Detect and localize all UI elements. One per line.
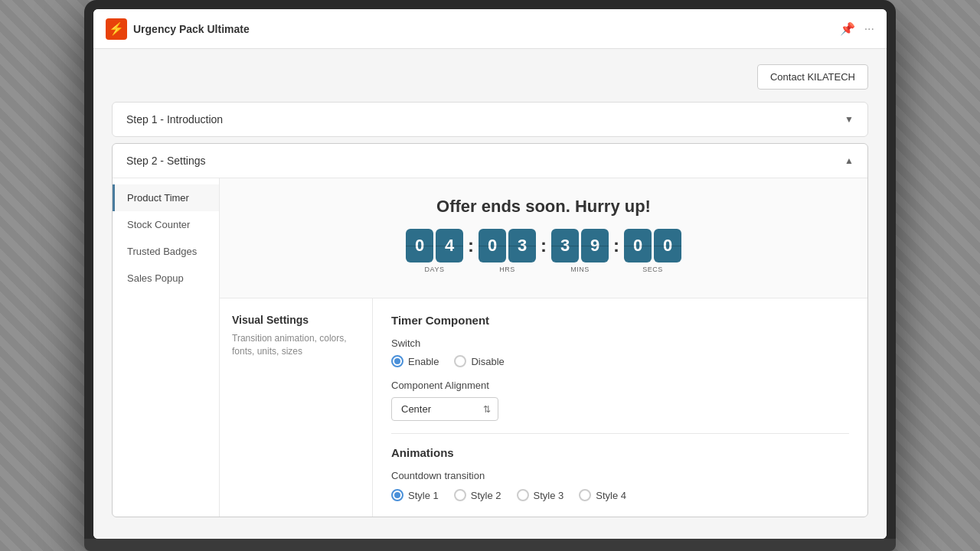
style4-radio-circle <box>579 489 591 501</box>
style3-radio[interactable]: Style 3 <box>517 489 564 501</box>
titlebar: ⚡ Urgency Pack Ultimate 📌 ··· <box>93 9 887 49</box>
step2-label: Step 2 - Settings <box>126 155 206 167</box>
days-digit-2: 4 <box>436 229 463 262</box>
style2-radio-circle <box>454 489 466 501</box>
timer-mins-group: 3 9 MINS <box>551 229 609 273</box>
visual-settings-desc: Transition animation, colors, fonts, uni… <box>232 332 360 358</box>
alignment-label: Component Alignment <box>391 380 849 391</box>
timer-secs-group: 0 0 SECS <box>624 229 681 273</box>
animations-section: Animations Countdown transition Style 1 <box>391 446 849 501</box>
colon-1: : <box>468 229 474 256</box>
switch-row: Switch Enable <box>391 337 849 367</box>
timer-secs-digits: 0 0 <box>624 229 681 262</box>
step1-accordion: Step 1 - Introduction ▼ <box>112 102 868 137</box>
animations-title: Animations <box>391 446 849 459</box>
colon-3: : <box>613 229 619 256</box>
step1-label: Step 1 - Introduction <box>126 113 223 126</box>
alignment-row: Component Alignment Center Left Right ⇅ <box>391 380 849 421</box>
settings-panel: Visual Settings Transition animation, co… <box>220 298 867 517</box>
contact-button[interactable]: Contact KILATECH <box>757 64 868 90</box>
style2-radio[interactable]: Style 2 <box>454 489 501 501</box>
contact-bar: Contact KILATECH <box>112 64 868 90</box>
laptop-base <box>84 539 896 551</box>
secs-label: SECS <box>642 266 663 273</box>
colon-2: : <box>541 229 547 256</box>
disable-radio[interactable]: Disable <box>454 355 504 367</box>
step2-body: Product Timer Stock Counter Trusted Badg… <box>113 178 867 517</box>
laptop-frame: ⚡ Urgency Pack Ultimate 📌 ··· Contact KI… <box>84 0 896 551</box>
title-left: ⚡ Urgency Pack Ultimate <box>106 18 250 40</box>
secs-digit-2: 0 <box>654 229 681 262</box>
sidebar-nav: Product Timer Stock Counter Trusted Badg… <box>113 178 220 517</box>
timer-days-group: 0 4 DAYS <box>406 229 463 273</box>
style4-radio[interactable]: Style 4 <box>579 489 626 501</box>
style3-radio-circle <box>517 489 529 501</box>
mins-digit-2: 9 <box>581 229 609 262</box>
title-right: 📌 ··· <box>840 21 874 36</box>
visual-settings-title: Visual Settings <box>232 314 360 326</box>
pin-icon[interactable]: 📌 <box>840 21 855 36</box>
switch-label: Switch <box>391 337 849 349</box>
timer-preview: Offer ends soon. Hurry up! 0 4 DAYS <box>220 178 867 298</box>
hrs-digit-1: 0 <box>479 229 506 262</box>
style1-radio[interactable]: Style 1 <box>391 489 439 501</box>
style-radio-group: Style 1 Style 2 Style 3 <box>391 489 849 501</box>
sidebar-item-stock-counter[interactable]: Stock Counter <box>113 211 219 238</box>
alignment-select[interactable]: Center Left Right <box>391 397 498 421</box>
style1-radio-circle <box>391 489 403 501</box>
alignment-select-wrapper: Center Left Right ⇅ <box>391 397 498 421</box>
step1-header[interactable]: Step 1 - Introduction ▼ <box>113 103 867 136</box>
step2-accordion: Step 2 - Settings ▲ Product Timer Stock … <box>112 143 868 517</box>
screen: ⚡ Urgency Pack Ultimate 📌 ··· Contact KI… <box>93 9 887 539</box>
timer-mins-digits: 3 9 <box>551 229 609 262</box>
visual-settings-col: Visual Settings Transition animation, co… <box>220 298 373 517</box>
sidebar-item-sales-popup[interactable]: Sales Popup <box>113 265 219 292</box>
timer-settings-col: Timer Component Switch Enable <box>373 298 867 517</box>
timer-days-digits: 0 4 <box>406 229 463 262</box>
countdown-label: Countdown transition <box>391 470 849 481</box>
hrs-label: HRS <box>499 266 515 273</box>
timer-display: 0 4 DAYS : 0 3 <box>238 229 849 273</box>
enable-radio[interactable]: Enable <box>391 355 439 367</box>
main-panel: Offer ends soon. Hurry up! 0 4 DAYS <box>220 178 867 517</box>
chevron-down-icon: ▼ <box>844 114 854 125</box>
secs-digit-1: 0 <box>624 229 652 262</box>
timer-hrs-group: 0 3 HRS <box>479 229 536 273</box>
sidebar-item-product-timer[interactable]: Product Timer <box>113 184 219 211</box>
mins-digit-1: 3 <box>551 229 579 262</box>
switch-radio-group: Enable Disable <box>391 355 849 367</box>
timer-hrs-digits: 0 3 <box>479 229 536 262</box>
more-options-icon[interactable]: ··· <box>864 22 874 36</box>
days-label: DAYS <box>425 266 445 273</box>
timer-component-title: Timer Component <box>391 314 849 327</box>
app-title: Urgency Pack Ultimate <box>133 23 250 35</box>
divider <box>391 433 849 434</box>
app-icon: ⚡ <box>106 18 127 40</box>
timer-headline: Offer ends soon. Hurry up! <box>238 197 849 217</box>
days-digit-1: 0 <box>406 229 433 262</box>
mins-label: MINS <box>570 266 590 273</box>
enable-radio-circle <box>391 355 403 367</box>
step2-header[interactable]: Step 2 - Settings ▲ <box>113 144 867 178</box>
disable-radio-circle <box>454 355 466 367</box>
sidebar-item-trusted-badges[interactable]: Trusted Badges <box>113 238 219 265</box>
chevron-up-icon: ▲ <box>844 155 854 166</box>
hrs-digit-2: 3 <box>508 229 536 262</box>
app-content: Contact KILATECH Step 1 - Introduction ▼… <box>93 49 887 539</box>
